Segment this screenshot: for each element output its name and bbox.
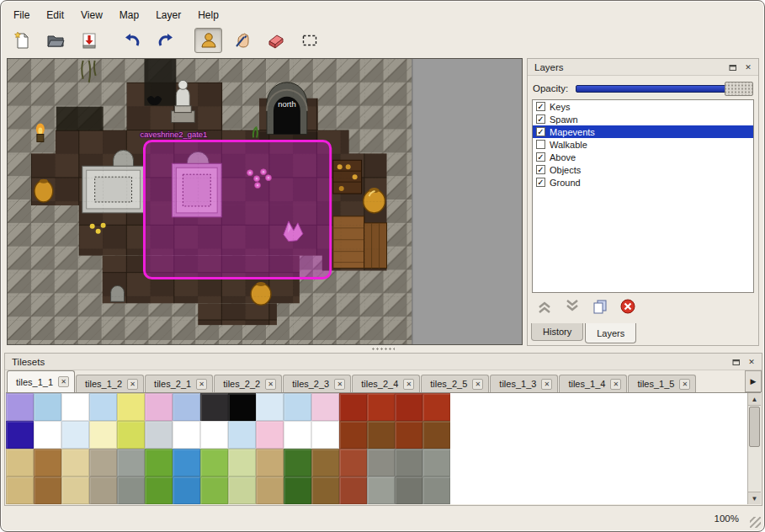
layer-visibility-checkbox[interactable]: ✓ [536,165,545,174]
tile-3-10[interactable] [284,476,311,504]
tile-2-10[interactable] [284,449,311,476]
scroll-up-button[interactable]: ▲ [748,393,761,406]
tile-1-10[interactable] [284,421,311,449]
tile-0-0[interactable] [6,393,34,421]
tile-0-13[interactable] [367,393,395,421]
tile-2-4[interactable] [117,449,145,476]
tile-1-11[interactable] [311,421,339,449]
tile-0-15[interactable] [422,393,450,421]
tile-0-6[interactable] [173,393,200,421]
tile-0-8[interactable] [228,393,256,421]
person-tool-button[interactable] [194,28,222,53]
eraser-tool-button[interactable] [262,28,290,53]
menu-edit[interactable]: Edit [39,6,72,24]
tab-close-icon[interactable]: ✕ [403,379,414,390]
tile-3-12[interactable] [339,476,367,504]
layer-row-spawn[interactable]: ✓Spawn [533,113,753,125]
float-button[interactable] [730,355,743,368]
layer-visibility-checkbox[interactable]: ✓ [536,152,545,162]
tile-0-7[interactable] [200,393,228,421]
menu-map[interactable]: Map [112,6,146,24]
tile-0-14[interactable] [395,393,422,421]
tab-close-icon[interactable]: ✕ [58,376,69,387]
tile-2-2[interactable] [61,449,89,476]
tile-0-2[interactable] [61,393,89,421]
tab-close-icon[interactable]: ✕ [472,379,483,390]
tile-2-14[interactable] [395,449,422,476]
tile-1-3[interactable] [89,421,117,449]
tile-1-1[interactable] [34,421,61,449]
layer-row-keys[interactable]: ✓Keys [533,100,753,113]
tile-3-2[interactable] [61,476,89,504]
tab-close-icon[interactable]: ✕ [610,379,621,390]
tile-1-14[interactable] [395,421,422,449]
tile-3-15[interactable] [422,476,450,504]
menu-layer[interactable]: Layer [148,6,189,24]
opacity-slider-handle[interactable] [725,82,753,96]
layer-visibility-checkbox[interactable] [536,140,545,149]
hand-pen-tool-button[interactable] [228,28,256,53]
tile-3-14[interactable] [395,476,422,504]
tile-1-9[interactable] [256,421,284,449]
tile-1-6[interactable] [173,421,200,449]
tile-1-13[interactable] [367,421,395,449]
menu-help[interactable]: Help [190,6,226,24]
tile-1-5[interactable] [145,421,173,449]
open-button[interactable] [41,28,69,53]
tile-0-3[interactable] [89,393,117,421]
tile-2-1[interactable] [34,449,61,476]
close-icon[interactable]: ✕ [745,355,758,368]
save-button[interactable] [75,28,103,53]
raise-layer-button[interactable] [536,298,553,315]
tileset-tab-tiles_2_4[interactable]: tiles_2_4✕ [352,375,420,392]
lower-layer-button[interactable] [564,298,581,315]
tile-2-15[interactable] [422,449,450,476]
scrollbar-thumb[interactable] [749,407,760,447]
tile-2-7[interactable] [200,449,228,476]
tile-2-12[interactable] [339,449,367,476]
tile-3-4[interactable] [117,476,145,504]
tile-2-9[interactable] [256,449,284,476]
tab-close-icon[interactable]: ✕ [541,379,552,390]
menu-view[interactable]: View [73,6,110,24]
tileset-tab-tiles_1_3[interactable]: tiles_1_3✕ [490,375,558,392]
tile-3-13[interactable] [367,476,395,504]
layer-row-above[interactable]: ✓Above [533,151,753,163]
layer-visibility-checkbox[interactable]: ✓ [536,114,545,124]
select-tool-button[interactable] [295,28,323,53]
tile-2-6[interactable] [173,449,200,476]
tile-0-4[interactable] [117,393,145,421]
tile-0-5[interactable] [145,393,173,421]
tab-scroll-right-button[interactable]: ▶ [745,370,762,392]
layer-row-walkable[interactable]: Walkable [533,138,753,151]
tile-3-8[interactable] [228,476,256,504]
tile-0-10[interactable] [284,393,311,421]
delete-layer-button[interactable] [619,298,636,315]
tileset-tab-tiles_2_3[interactable]: tiles_2_3✕ [283,375,351,392]
float-button[interactable] [726,61,740,73]
duplicate-layer-button[interactable] [592,298,608,315]
tile-1-4[interactable] [117,421,145,449]
layer-visibility-checkbox[interactable]: ✓ [536,178,545,187]
tab-close-icon[interactable]: ✕ [127,379,138,390]
tile-3-7[interactable] [200,476,228,504]
tile-2-0[interactable] [6,449,34,476]
undo-button[interactable] [118,28,146,53]
tab-close-icon[interactable]: ✕ [679,379,690,390]
horizontal-splitter[interactable] [4,346,761,352]
tab-close-icon[interactable]: ✕ [265,379,276,390]
tileset-tab-tiles_1_5[interactable]: tiles_1_5✕ [628,375,696,392]
tile-1-15[interactable] [422,421,450,449]
tileset-scrollbar[interactable]: ▲ ▼ [747,393,761,504]
layer-visibility-checkbox[interactable]: ✓ [536,127,545,136]
tileset-tab-tiles_2_5[interactable]: tiles_2_5✕ [421,375,489,392]
tileset-tab-tiles_2_2[interactable]: tiles_2_2✕ [214,375,282,392]
tile-1-2[interactable] [61,421,89,449]
tab-close-icon[interactable]: ✕ [196,379,207,390]
layer-row-mapevents[interactable]: ✓Mapevents [533,125,753,138]
tile-2-11[interactable] [311,449,339,476]
tileset-tab-tiles_1_4[interactable]: tiles_1_4✕ [559,375,627,392]
tile-2-8[interactable] [228,449,256,476]
tileset-tab-tiles_1_2[interactable]: tiles_1_2✕ [76,375,144,392]
tile-0-1[interactable] [34,393,61,421]
